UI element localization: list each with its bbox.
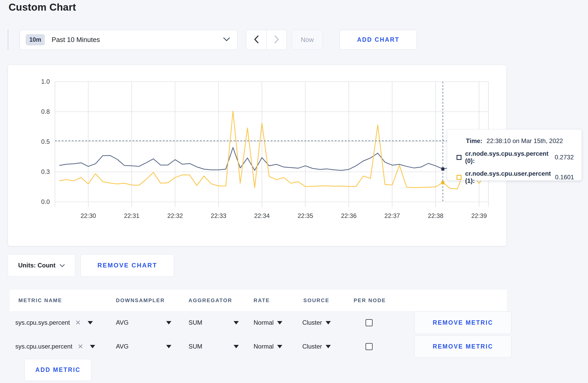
svg-text:22:36: 22:36: [341, 212, 356, 219]
tooltip-series-row: cr.node.sys.cpu.user.percent (1): 0.1601: [457, 170, 574, 185]
svg-text:22:37: 22:37: [384, 212, 400, 219]
downsampler-select[interactable]: AVG: [116, 319, 171, 326]
tooltip-series-label: cr.node.sys.cpu.sys.percent (0):: [465, 150, 551, 165]
chevron-left-icon: [254, 36, 259, 44]
rate-select[interactable]: Normal: [254, 343, 282, 350]
units-label: Units: Count: [18, 262, 55, 269]
chart-tooltip: Time: 22:38:10 on Mar 15th, 2022 cr.node…: [447, 129, 582, 181]
caret-down-icon: [88, 321, 93, 324]
user-percent-swatch-icon: [457, 175, 461, 180]
custom-chart-page: Custom Chart 10m Past 10 Minutes Now ADD…: [0, 0, 588, 383]
source-value: Cluster: [302, 343, 322, 350]
caret-down-icon: [326, 321, 331, 324]
caret-down-icon: [277, 345, 282, 348]
column-header-rate: RATE: [254, 297, 270, 303]
metric-row: sys.cpu.user.percent ✕ AVG SUM Normal Cl…: [10, 335, 507, 358]
svg-text:22:33: 22:33: [211, 212, 226, 219]
aggregator-select[interactable]: SUM: [188, 319, 239, 326]
column-header-aggregator: AGGREGATOR: [188, 297, 232, 303]
chevron-right-icon: [274, 36, 279, 44]
remove-chart-button[interactable]: REMOVE CHART: [81, 254, 174, 276]
rate-value: Normal: [254, 319, 274, 326]
caret-down-icon: [166, 345, 171, 348]
next-time-button[interactable]: [267, 30, 286, 49]
svg-text:22:32: 22:32: [167, 212, 183, 219]
aggregator-value: SUM: [188, 343, 202, 350]
caret-down-icon: [326, 345, 331, 348]
metric-name-select[interactable]: sys.cpu.sys.percent ✕: [15, 319, 93, 327]
rate-select[interactable]: Normal: [254, 319, 282, 326]
source-select[interactable]: Cluster: [302, 319, 331, 326]
chevron-down-icon: [223, 37, 230, 42]
metric-name-value: sys.cpu.user.percent: [15, 343, 72, 350]
chevron-down-icon: [60, 262, 65, 269]
chart-card: 0.00.30.50.81.022:3022:3122:3222:3322:34…: [8, 65, 507, 246]
svg-text:22:39: 22:39: [471, 212, 487, 219]
per-node-checkbox[interactable]: [366, 319, 373, 326]
caret-down-icon: [166, 321, 171, 324]
metrics-table-header: METRIC NAME DOWNSAMPLER AGGREGATOR RATE …: [10, 290, 507, 311]
sys-percent-swatch-icon: [457, 155, 461, 160]
metric-name-select[interactable]: sys.cpu.user.percent ✕: [15, 343, 95, 351]
clear-metric-icon[interactable]: ✕: [78, 343, 83, 351]
svg-text:0.3: 0.3: [41, 168, 50, 175]
caret-down-icon: [90, 345, 95, 348]
page-title: Custom Chart: [9, 2, 76, 13]
metric-row: sys.cpu.sys.percent ✕ AVG SUM Normal Clu…: [10, 311, 507, 334]
column-header-source: SOURCE: [303, 297, 330, 303]
tooltip-time-value: 22:38:10 on Mar 15th, 2022: [487, 137, 563, 145]
aggregator-value: SUM: [188, 319, 202, 326]
tooltip-series-label: cr.node.sys.cpu.user.percent (1):: [465, 170, 551, 185]
metric-name-value: sys.cpu.sys.percent: [15, 319, 70, 326]
downsampler-value: AVG: [116, 343, 129, 350]
time-window-badge: 10m: [26, 34, 45, 45]
downsampler-value: AVG: [116, 319, 129, 326]
caret-down-icon: [234, 345, 239, 348]
per-node-cell: [366, 319, 373, 326]
time-window-select[interactable]: 10m Past 10 Minutes: [20, 30, 237, 50]
now-button[interactable]: Now: [292, 30, 323, 50]
tooltip-series-value: 0.1601: [555, 174, 574, 181]
svg-text:22:35: 22:35: [298, 212, 313, 219]
units-select[interactable]: Units: Count: [8, 254, 75, 276]
svg-text:1.0: 1.0: [41, 78, 50, 85]
per-node-cell: [366, 343, 373, 350]
prev-time-button[interactable]: [246, 30, 267, 49]
svg-text:22:38: 22:38: [428, 212, 443, 219]
per-node-checkbox[interactable]: [366, 343, 373, 350]
svg-text:0.8: 0.8: [41, 108, 50, 115]
tooltip-series-value: 0.2732: [555, 154, 574, 161]
time-window-label: Past 10 Minutes: [52, 36, 100, 44]
tooltip-time-label: Time:: [466, 137, 482, 145]
downsampler-select[interactable]: AVG: [116, 343, 171, 350]
add-metric-button[interactable]: ADD METRIC: [25, 359, 91, 381]
tooltip-time-row: Time: 22:38:10 on Mar 15th, 2022: [466, 137, 574, 145]
rate-value: Normal: [254, 343, 274, 350]
caret-down-icon: [234, 321, 239, 324]
aggregator-select[interactable]: SUM: [188, 343, 239, 350]
source-select[interactable]: Cluster: [302, 343, 331, 350]
column-header-per-node: PER NODE: [354, 297, 386, 303]
svg-text:0.5: 0.5: [41, 138, 50, 145]
svg-text:22:30: 22:30: [80, 212, 96, 219]
remove-metric-button[interactable]: REMOVE METRIC: [414, 311, 512, 334]
remove-metric-button[interactable]: REMOVE METRIC: [414, 335, 512, 358]
time-pager: [246, 30, 287, 50]
caret-down-icon: [277, 321, 282, 324]
tooltip-series-row: cr.node.sys.cpu.sys.percent (0): 0.2732: [457, 150, 574, 165]
add-chart-button[interactable]: ADD CHART: [340, 30, 417, 50]
toolbar-divider: [8, 30, 8, 50]
clear-metric-icon[interactable]: ✕: [75, 319, 81, 327]
timeseries-chart[interactable]: 0.00.30.50.81.022:3022:3122:3222:3322:34…: [8, 65, 507, 246]
svg-text:22:31: 22:31: [124, 212, 139, 219]
column-header-metric-name: METRIC NAME: [18, 297, 62, 303]
column-header-downsampler: DOWNSAMPLER: [116, 297, 165, 303]
svg-text:0.0: 0.0: [41, 198, 50, 205]
svg-text:22:34: 22:34: [254, 212, 270, 219]
source-value: Cluster: [302, 319, 322, 326]
